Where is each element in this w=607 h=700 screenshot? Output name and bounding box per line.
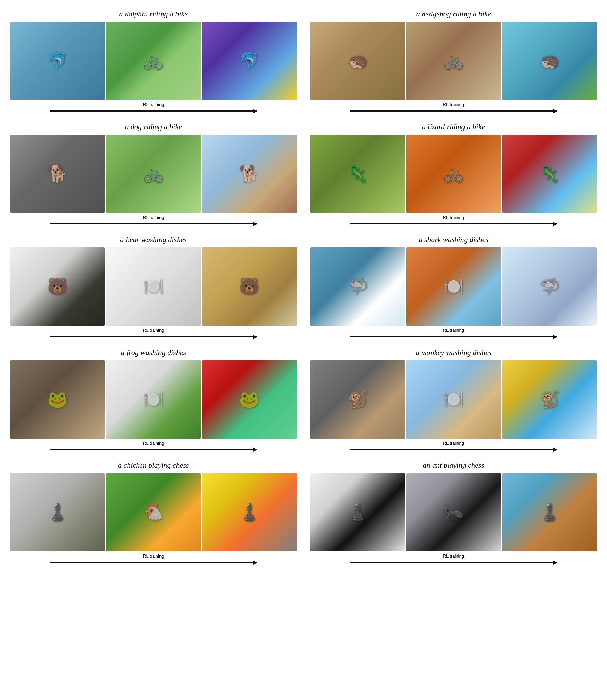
image-frog-dishes-2: 🍽️: [106, 360, 201, 439]
image-hedgehog-bike-1: 🦔: [310, 22, 405, 100]
cell-shark-dishes: a shark washing dishes🦈🍽️🦈RL training: [304, 229, 604, 342]
image-shark-dishes-3: 🦈: [502, 247, 597, 326]
arrow-container-hedgehog-bike: RL training: [332, 102, 575, 112]
images-row-dog-bike: 🐕🚲🐕: [10, 135, 297, 213]
image-bear-dishes-2: 🍽️: [106, 247, 201, 326]
title-dog-bike: a dog riding a bike: [125, 122, 182, 131]
cell-bear-dishes: a bear washing dishes🐻🍽️🐻RL training: [3, 229, 304, 342]
image-icon-monkey-dishes-1: 🐒: [310, 360, 405, 439]
image-lizard-bike-3: 🦎: [502, 135, 597, 213]
cell-chicken-chess: a chicken playing chess♟️🐔♟️RL training: [3, 455, 304, 568]
image-icon-chicken-chess-1: ♟️: [10, 473, 105, 551]
arrow-line-hedgehog-bike: [350, 110, 557, 112]
arrow-label-ant-chess: RL training: [443, 553, 464, 559]
image-icon-monkey-dishes-2: 🍽️: [406, 360, 501, 439]
image-dolphin-bike-2: 🚲: [106, 22, 201, 100]
arrow-row-dog-bike: [50, 223, 257, 224]
image-icon-frog-dishes-3: 🐸: [202, 360, 297, 439]
image-icon-ant-chess-3: ♟️: [502, 473, 597, 551]
title-bear-dishes: a bear washing dishes: [120, 235, 187, 244]
image-icon-frog-dishes-1: 🐸: [10, 360, 105, 439]
images-row-bear-dishes: 🐻🍽️🐻: [10, 247, 297, 326]
image-icon-hedgehog-bike-1: 🦔: [310, 22, 405, 100]
cell-hedgehog-bike: a hedgehog riding a bike🦔🚲🦔RL training: [304, 3, 604, 116]
images-row-shark-dishes: 🦈🍽️🦈: [310, 247, 597, 326]
image-dog-bike-2: 🚲: [106, 135, 201, 213]
arrow-row-frog-dishes: [50, 449, 257, 450]
image-icon-shark-dishes-2: 🍽️: [406, 247, 501, 326]
image-icon-lizard-bike-1: 🦎: [310, 135, 405, 213]
arrow-row-bear-dishes: [50, 336, 257, 337]
title-ant-chess: an ant playing chess: [423, 461, 484, 470]
image-icon-lizard-bike-3: 🦎: [502, 135, 597, 213]
arrow-line-ant-chess: [350, 562, 557, 563]
image-monkey-dishes-1: 🐒: [310, 360, 405, 439]
arrow-container-ant-chess: RL training: [332, 553, 575, 563]
arrow-label-monkey-dishes: RL training: [443, 441, 464, 446]
image-icon-hedgehog-bike-2: 🚲: [406, 22, 501, 100]
image-icon-dolphin-bike-1: 🐬: [10, 22, 105, 100]
arrow-line-chicken-chess: [50, 562, 257, 563]
arrow-line-dolphin-bike: [50, 110, 257, 112]
arrow-line-monkey-dishes: [350, 449, 557, 450]
cell-monkey-dishes: a monkey washing dishes🐒🍽️🐒RL training: [304, 342, 604, 455]
image-ant-chess-2: 🐜: [406, 473, 501, 551]
main-grid: a dolphin riding a bike🐬🚲🐬RL traininga h…: [0, 0, 607, 571]
arrow-row-shark-dishes: [350, 336, 557, 337]
image-icon-chicken-chess-2: 🐔: [106, 473, 201, 551]
arrow-container-dolphin-bike: RL training: [32, 102, 275, 112]
arrow-container-monkey-dishes: RL training: [332, 441, 575, 450]
arrow-line-shark-dishes: [350, 336, 557, 337]
image-hedgehog-bike-3: 🦔: [502, 22, 597, 100]
title-shark-dishes: a shark washing dishes: [419, 235, 488, 244]
image-shark-dishes-1: 🦈: [310, 247, 405, 326]
title-chicken-chess: a chicken playing chess: [118, 461, 189, 470]
image-monkey-dishes-2: 🍽️: [406, 360, 501, 439]
arrow-line-lizard-bike: [350, 223, 557, 224]
image-icon-ant-chess-1: ♟️: [310, 473, 405, 551]
image-monkey-dishes-3: 🐒: [502, 360, 597, 439]
image-ant-chess-1: ♟️: [310, 473, 405, 551]
arrow-container-frog-dishes: RL training: [32, 441, 275, 450]
arrow-line-bear-dishes: [50, 336, 257, 337]
image-shark-dishes-2: 🍽️: [406, 247, 501, 326]
image-icon-lizard-bike-2: 🚲: [406, 135, 501, 213]
image-frog-dishes-1: 🐸: [10, 360, 105, 439]
arrow-container-bear-dishes: RL training: [32, 328, 275, 337]
cell-ant-chess: an ant playing chess♟️🐜♟️RL training: [304, 455, 604, 568]
image-bear-dishes-3: 🐻: [202, 247, 297, 326]
arrow-row-monkey-dishes: [350, 449, 557, 450]
title-dolphin-bike: a dolphin riding a bike: [119, 10, 188, 18]
images-row-chicken-chess: ♟️🐔♟️: [10, 473, 297, 551]
arrow-label-dog-bike: RL training: [143, 215, 164, 220]
image-lizard-bike-2: 🚲: [406, 135, 501, 213]
arrow-label-frog-dishes: RL training: [143, 441, 164, 446]
images-row-frog-dishes: 🐸🍽️🐸: [10, 360, 297, 439]
arrow-label-chicken-chess: RL training: [143, 553, 164, 559]
image-icon-dog-bike-3: 🐕: [202, 135, 297, 213]
image-icon-chicken-chess-3: ♟️: [202, 473, 297, 551]
image-icon-dolphin-bike-3: 🐬: [202, 22, 297, 100]
arrow-row-lizard-bike: [350, 223, 557, 224]
arrow-container-dog-bike: RL training: [32, 215, 275, 224]
image-lizard-bike-1: 🦎: [310, 135, 405, 213]
image-icon-dolphin-bike-2: 🚲: [106, 22, 201, 100]
title-hedgehog-bike: a hedgehog riding a bike: [416, 10, 491, 18]
images-row-ant-chess: ♟️🐜♟️: [310, 473, 597, 551]
image-chicken-chess-2: 🐔: [106, 473, 201, 551]
arrow-line-frog-dishes: [50, 449, 257, 450]
arrow-container-lizard-bike: RL training: [332, 215, 575, 224]
image-icon-bear-dishes-1: 🐻: [10, 247, 105, 326]
image-dolphin-bike-3: 🐬: [202, 22, 297, 100]
image-icon-bear-dishes-2: 🍽️: [106, 247, 201, 326]
arrow-container-shark-dishes: RL training: [332, 328, 575, 337]
image-icon-dog-bike-2: 🚲: [106, 135, 201, 213]
arrow-row-hedgehog-bike: [350, 110, 557, 112]
cell-frog-dishes: a frog washing dishes🐸🍽️🐸RL training: [3, 342, 304, 455]
arrow-label-dolphin-bike: RL training: [143, 102, 164, 107]
cell-dolphin-bike: a dolphin riding a bike🐬🚲🐬RL training: [3, 3, 304, 116]
image-icon-shark-dishes-3: 🦈: [502, 247, 597, 326]
arrow-row-dolphin-bike: [50, 110, 257, 112]
cell-lizard-bike: a lizard riding a bike🦎🚲🦎RL training: [304, 116, 604, 229]
image-icon-frog-dishes-2: 🍽️: [106, 360, 201, 439]
